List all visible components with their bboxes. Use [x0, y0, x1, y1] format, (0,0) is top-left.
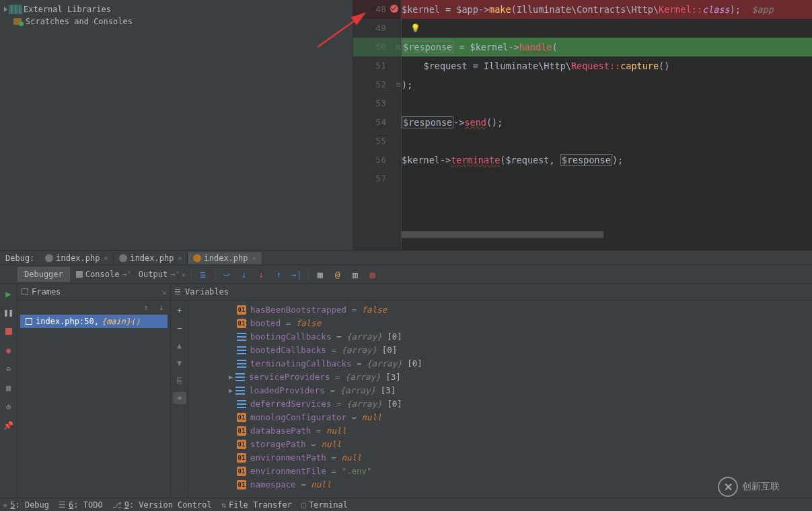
editor-gutter[interactable]: 48 49 50⊟ 51 52⊟ 53 54 55 56 57 [353, 0, 402, 250]
code-line[interactable]: ); [402, 75, 812, 94]
debug-tool-window[interactable]: Debug: index.php ✕ index.php ✕ index.php… [0, 250, 812, 498]
variable-row[interactable]: deferredServices = {array} [0] [188, 397, 812, 411]
code-line[interactable]: $kernel = $app->make(Illuminate\Contract… [402, 0, 812, 19]
expand-icon[interactable]: ▶ [229, 384, 235, 397]
next-frame-icon[interactable]: ↓ [159, 303, 163, 312]
scratches-icon [12, 17, 23, 26]
variables-panel[interactable]: 01hasBeenBootstrapped = false01booted = … [188, 301, 812, 498]
line-number: 55 [375, 136, 386, 146]
step-out-icon[interactable]: ↑ [271, 266, 287, 282]
frames-panel[interactable]: ↑ ↓ index.php:50, {main}() [17, 301, 171, 498]
step-into-icon[interactable]: ↓ [236, 266, 252, 282]
status-bar: ✳5: Debug ☰6: TODO ⎇9: Version Control ⇅… [0, 498, 812, 511]
view-breakpoints-icon[interactable]: ◉ [3, 344, 15, 356]
code-line[interactable]: $request = Illuminate\Http\Request::capt… [402, 56, 812, 75]
fold-icon[interactable]: ⊟ [396, 38, 400, 56]
debug-label: Debug: [0, 253, 40, 263]
variable-row[interactable]: bootingCallbacks = {array} [0] [188, 330, 812, 344]
code-line[interactable]: $kernel->terminate($request, $response); [402, 151, 812, 169]
variable-row[interactable]: 01hasBeenBootstrapped = false [188, 303, 812, 317]
close-tab-icon[interactable]: ✕ [252, 254, 256, 262]
code-line-current-execution[interactable]: $response = $kernel->handle( [402, 38, 812, 56]
field-icon: 01 [237, 305, 246, 315]
memory-icon[interactable]: ▤ [365, 266, 381, 282]
tool-window-debug[interactable]: ✳5: Debug [3, 500, 49, 510]
resume-icon[interactable]: ▶ [3, 288, 15, 300]
line-number: 56 [375, 155, 386, 165]
code-line[interactable] [402, 132, 812, 151]
expand-icon[interactable]: ▶ [229, 370, 235, 384]
tool-window-vcs[interactable]: ⎇9: Version Control [112, 500, 212, 510]
line-number: 51 [375, 61, 386, 71]
output-tab[interactable]: Output→'✕ [136, 270, 188, 279]
console-tab[interactable]: Console→' [72, 270, 136, 279]
sidebar-scratches[interactable]: Scratches and Consoles [0, 15, 353, 28]
code-line[interactable]: $response->send(); [402, 113, 812, 132]
close-output-icon[interactable]: ✕ [182, 271, 186, 278]
editor-code[interactable]: $kernel = $app->make(Illuminate\Contract… [402, 0, 812, 250]
frames-icon [22, 288, 28, 295]
stop-icon[interactable] [3, 325, 15, 338]
close-tab-icon[interactable]: ✕ [178, 254, 182, 262]
run-to-cursor-icon[interactable]: →| [289, 266, 305, 282]
pause-icon[interactable]: ❚❚ [3, 307, 15, 319]
show-execution-point-icon[interactable]: ≣ [195, 266, 211, 282]
tool-window-terminal[interactable]: ▢Terminal [301, 500, 348, 510]
variable-row[interactable]: ▶serviceProviders = {array} [3] [188, 370, 812, 384]
frame-icon [26, 318, 32, 325]
vcs-icon: ⎇ [112, 500, 122, 510]
sidebar-external-libraries[interactable]: External Libraries [0, 3, 353, 15]
up-icon[interactable]: ▲ [174, 340, 186, 352]
variable-row[interactable]: bootedCallbacks = {array} [0] [188, 344, 812, 357]
tool-window-file-transfer[interactable]: ⇅File Transfer [221, 500, 292, 510]
variable-row[interactable]: terminatingCallbacks = {array} [0] [188, 357, 812, 370]
intention-bulb-icon[interactable]: 💡 [410, 19, 420, 38]
expand-icon[interactable] [4, 7, 7, 12]
variable-row[interactable]: 01environmentPath = null [188, 451, 812, 465]
variable-row[interactable]: ▶loadedProviders = {array} [3] [188, 384, 812, 397]
settings-icon[interactable]: ⚙ [3, 401, 15, 413]
fold-icon[interactable]: ⊟ [396, 75, 400, 94]
evaluate-expression-icon[interactable]: ▦ [312, 266, 328, 282]
editor[interactable]: 48 49 50⊟ 51 52⊟ 53 54 55 56 57 $kernel … [353, 0, 812, 250]
debug-controls: ▶ ❚❚ ◉ ⊘ ▦ ⚙ 📌 [0, 284, 17, 498]
layout-icon[interactable]: ▦ [3, 382, 15, 394]
restore-layout-icon[interactable]: ⇲ [161, 288, 166, 297]
code-line[interactable] [402, 169, 812, 188]
remove-watch-icon[interactable]: − [174, 322, 186, 334]
add-watch-icon[interactable]: + [174, 305, 186, 317]
variable-row[interactable]: 01booted = false [188, 317, 812, 330]
watermark-logo: ✕ 创新互联 [718, 475, 805, 499]
debug-session-tab[interactable]: index.php ✕ [188, 252, 262, 264]
variable-row[interactable]: 01monologConfigurator = null [188, 411, 812, 424]
code-line[interactable]: 💡 [402, 19, 812, 38]
debugger-tab[interactable]: Debugger [17, 267, 70, 282]
debug-session-tab[interactable]: index.php ✕ [40, 252, 114, 264]
project-sidebar[interactable]: External Libraries Scratches and Console… [0, 0, 353, 250]
step-over-icon[interactable]: ⤻ [219, 266, 235, 282]
down-icon[interactable]: ▼ [174, 357, 186, 369]
bug-icon: ✳ [3, 500, 7, 510]
close-tab-icon[interactable]: ✕ [104, 254, 108, 262]
code-line[interactable] [402, 94, 812, 113]
variable-row[interactable]: 01databasePath = null [188, 424, 812, 438]
breakpoint-icon[interactable] [390, 5, 398, 13]
mute-breakpoints-icon[interactable]: ⊘ [3, 363, 15, 375]
stack-frame[interactable]: index.php:50, {main}() [20, 315, 168, 328]
settings-icon[interactable]: ▥ [347, 266, 363, 282]
console-icon [76, 271, 83, 278]
frames-side-toolbar: + − ▲ ▼ ⎘ ⚭ [171, 301, 188, 498]
horizontal-scrollbar[interactable] [402, 231, 603, 238]
debug-toolbar: Debugger Console→' Output→'✕ ≣ ⤻ ↓ ↓ ↑ →… [0, 266, 812, 284]
variable-row[interactable]: 01storagePath = null [188, 438, 812, 451]
array-icon [237, 346, 246, 355]
line-number: 54 [375, 117, 386, 127]
prev-frame-icon[interactable]: ↑ [144, 303, 149, 312]
tool-window-todo[interactable]: ☰6: TODO [59, 500, 103, 510]
watch-icon[interactable]: @ [330, 266, 346, 282]
debug-session-tab[interactable]: index.php ✕ [114, 252, 188, 264]
force-step-into-icon[interactable]: ↓ [254, 266, 270, 282]
pin-icon[interactable]: 📌 [3, 420, 15, 432]
link-icon[interactable]: ⚭ [173, 392, 186, 404]
copy-icon[interactable]: ⎘ [174, 375, 186, 387]
